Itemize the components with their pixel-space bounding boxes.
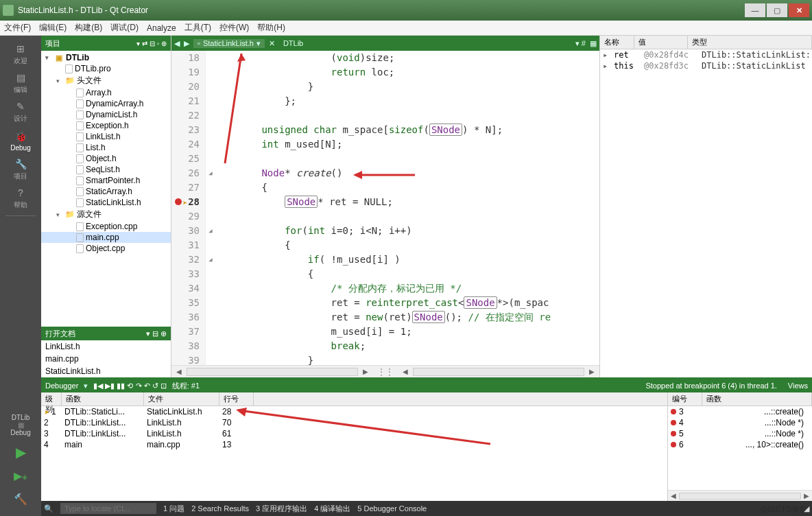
项目-icon: 🔧 (14, 158, 27, 170)
tree-item[interactable]: SmartPointer.h (41, 175, 171, 186)
breakpoint-row[interactable]: 5...::Node *) (668, 428, 812, 439)
bp-horizontal-scrollbar[interactable]: ◀▶ (668, 490, 812, 501)
output-tab-3[interactable]: 3 应用程序输出 (256, 504, 307, 514)
file-icon (76, 89, 84, 97)
run-button[interactable]: ▶ (7, 442, 34, 462)
open-doc-item[interactable]: LinkList.h (41, 340, 171, 353)
editor-tab-active[interactable]: ▫ StaticLinkList.h ▾ (193, 39, 265, 48)
menu-analyze[interactable]: Analyze (147, 23, 176, 33)
locator-bar: 🔍 1 问题 2 Search Results 3 应用程序输出 4 编译输出 … (41, 501, 812, 516)
tree-item[interactable]: DynamicList.h (41, 109, 171, 120)
breakpoint-dot-icon (671, 442, 676, 447)
editor-tab-context[interactable]: DTLib (279, 39, 307, 47)
tree-item[interactable]: ▾📁源文件 (41, 208, 171, 221)
project-tree[interactable]: ▾▣DTLibDTLib.pro▾📁头文件Array.hDynamicArray… (41, 51, 171, 327)
variable-row[interactable]: ▸ret@0x28fd4cDTLib::StaticLinkList::S (600, 49, 812, 60)
mode-Debug[interactable]: 🐞Debug (3, 126, 38, 155)
tree-item[interactable]: ▾📁头文件 (41, 74, 171, 87)
debugger-header: Debugger ▾ ▮◀ ▶▮ ▮▮ ⟲ ↷ ↶ ↺ ⊡ 线程: #1 Sto… (41, 379, 812, 392)
tree-item[interactable]: ▾▣DTLib (41, 52, 171, 63)
menu-help[interactable]: 帮助(H) (257, 22, 285, 34)
run-config[interactable]: DTLib ▦ Debug (7, 411, 34, 439)
breakpoint-row[interactable]: 6..., 10>::create() (668, 439, 812, 450)
breakpoint-row[interactable]: 4...::Node *) (668, 417, 812, 428)
menu-tools[interactable]: 工具(T) (184, 22, 211, 34)
play-debug-icon: ▶⁎ (14, 469, 27, 482)
breakpoint-icon[interactable] (174, 198, 182, 206)
open-doc-item[interactable]: main.cpp (41, 353, 171, 365)
tree-item[interactable]: SeqList.h (41, 164, 171, 175)
stack-frame[interactable]: 3DTLib::LinkList...LinkList.h61 (41, 428, 667, 439)
menu-edit[interactable]: 编辑(E) (39, 22, 67, 34)
run-debug-button[interactable]: ▶⁎ (7, 465, 34, 486)
file-icon (76, 143, 84, 152)
open-doc-item[interactable]: StaticLinkList.h (41, 365, 171, 377)
app-icon (3, 5, 14, 16)
tree-item[interactable]: main.cpp (41, 232, 171, 243)
output-tab-5[interactable]: 5 Debugger Console (357, 504, 427, 513)
code-editor[interactable]: 18192021222324252627➤2829303132333435363… (171, 51, 599, 365)
build-button[interactable]: 🔨 (7, 489, 34, 509)
output-tab-2[interactable]: 2 Search Results (191, 504, 249, 513)
tree-item[interactable]: Object.cpp (41, 243, 171, 254)
tree-item[interactable]: Exception.cpp (41, 221, 171, 232)
tree-item[interactable]: DynamicArray.h (41, 98, 171, 109)
mode-欢迎[interactable]: ⊞欢迎 (3, 40, 38, 69)
fold-icon: 📁 (65, 210, 75, 220)
breakpoint-row[interactable]: 3...::create() (668, 406, 812, 417)
tree-item[interactable]: Array.h (41, 87, 171, 98)
mode-编辑[interactable]: ▤编辑 (3, 69, 38, 97)
file-icon (76, 222, 84, 231)
tree-item[interactable]: Exception.h (41, 120, 171, 131)
window-titlebar: StaticLinkList.h - DTLib - Qt Creator — … (0, 0, 812, 21)
tree-item[interactable]: StaticArray.h (41, 186, 171, 197)
maximize-button[interactable]: ▢ (767, 3, 787, 17)
帮助-icon: ? (14, 187, 27, 199)
file-icon (76, 99, 84, 108)
menu-widgets[interactable]: 控件(W) (219, 22, 249, 34)
menu-debug[interactable]: 调试(D) (110, 22, 139, 34)
output-tab-1[interactable]: 1 问题 (163, 504, 184, 514)
menu-file[interactable]: 文件(F) (4, 22, 31, 34)
breakpoints-panel[interactable]: 编号 函数 3...::create()4...::Node *)5...::N… (668, 392, 812, 501)
tree-item[interactable]: List.h (41, 142, 171, 153)
file-icon (76, 121, 84, 130)
output-tab-4[interactable]: 4 编译输出 (314, 504, 350, 514)
call-stack-panel[interactable]: 级别 函数 文件 行号 ➤1DTLib::StaticLi...StaticLi… (41, 392, 668, 501)
tree-item[interactable]: DTLib.pro (41, 63, 171, 74)
nav-back-icon[interactable]: ◀ (174, 39, 180, 48)
variable-row[interactable]: ▸this@0x28fd3cDTLib::StaticLinkList (600, 60, 812, 71)
file-icon (76, 233, 84, 242)
mode-设计[interactable]: ✎设计 (3, 97, 38, 126)
sidebar-toggle-icon[interactable]: ▦ (590, 39, 597, 48)
close-tab-icon[interactable]: ✕ (269, 39, 275, 48)
editor-horizontal-scrollbar[interactable]: ◀▶ ⋮⋮ ◀▶ (171, 365, 599, 377)
file-icon (76, 110, 84, 119)
tree-item[interactable]: LinkList.h (41, 131, 171, 142)
mode-项目[interactable]: 🔧项目 (3, 155, 38, 184)
variables-list[interactable]: ▸ret@0x28fd4cDTLib::StaticLinkList::S▸th… (600, 49, 812, 71)
stack-frame[interactable]: ➤1DTLib::StaticLi...StaticLinkList.h28 (41, 406, 667, 417)
menu-build[interactable]: 构建(B) (75, 22, 102, 34)
debugger-toolbar[interactable]: ▮◀ ▶▮ ▮▮ ⟲ ↷ ↶ ↺ ⊡ (93, 382, 166, 390)
stack-frame[interactable]: 4mainmain.cpp13 (41, 439, 667, 450)
locator-input[interactable] (60, 503, 156, 514)
stack-frame[interactable]: 2DTLib::LinkList...LinkList.h70 (41, 417, 667, 428)
tree-item[interactable]: Object.h (41, 153, 171, 164)
close-button[interactable]: ✕ (789, 3, 809, 17)
open-docs-list[interactable]: LinkList.hmain.cppStaticLinkList.h (41, 340, 171, 377)
欢迎-icon: ⊞ (14, 43, 27, 55)
editor-area: ◀ ▶ ▫ StaticLinkList.h ▾ ✕ DTLib ▾ # ▦ (171, 36, 599, 377)
mode-sidebar: ⊞欢迎▤编辑✎设计🐞Debug🔧项目?帮助 DTLib ▦ Debug ▶ ▶⁎… (0, 36, 41, 516)
mode-帮助[interactable]: ?帮助 (3, 184, 38, 213)
tree-item[interactable]: StaticLinkList.h (41, 197, 171, 208)
proj-icon: ▣ (54, 53, 64, 62)
minimize-button[interactable]: — (745, 3, 765, 17)
search-icon: 🔍 (44, 504, 53, 513)
Debug-icon: 🐞 (14, 130, 27, 143)
breakpoint-dot-icon (671, 431, 676, 436)
file-icon (76, 176, 84, 185)
nav-forward-icon[interactable]: ▶ (184, 39, 189, 48)
file-icon (76, 198, 84, 207)
split-icon[interactable]: ▾ # (575, 39, 586, 48)
